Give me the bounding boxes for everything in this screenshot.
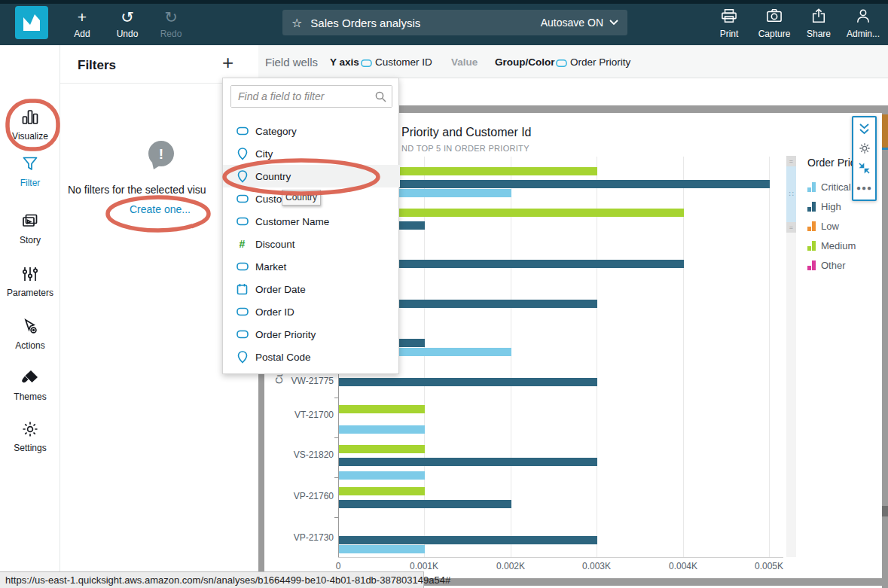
- visual-settings-gear-icon[interactable]: [853, 142, 875, 157]
- value-well-label: Value: [451, 56, 478, 68]
- geo-field-icon: [236, 170, 249, 183]
- share-button[interactable]: Share: [795, 8, 843, 39]
- sidebar-item-filter[interactable]: Filter: [0, 155, 60, 188]
- user-icon: [855, 8, 871, 23]
- sliders-icon: [0, 265, 60, 286]
- string-field-icon: [361, 57, 372, 71]
- legend-item-high[interactable]: High: [807, 202, 870, 212]
- legend-item-label: Medium: [821, 241, 856, 251]
- field-search-input[interactable]: [231, 86, 392, 107]
- legend-swatch: [807, 202, 816, 212]
- frame-resize-grip[interactable]: [882, 506, 888, 516]
- story-icon: [0, 212, 60, 233]
- left-nav: Visualize Filter Story Parameters Action…: [0, 45, 60, 588]
- bar-critical[interactable]: [339, 425, 425, 434]
- sidebar-item-parameters[interactable]: Parameters: [0, 265, 60, 298]
- bar-high[interactable]: [339, 458, 597, 466]
- autosave-toggle[interactable]: Autosave ON: [541, 17, 603, 29]
- top-strip: [0, 0, 888, 4]
- sidebar-item-themes[interactable]: Themes: [0, 369, 60, 402]
- field-item-country[interactable]: Country: [223, 165, 400, 187]
- field-item-label: Country: [255, 171, 291, 182]
- gridline: [769, 157, 770, 557]
- field-item-label: Customer Name: [255, 216, 329, 227]
- visual-title: Priority and Customer Id: [401, 126, 532, 139]
- legend-item-label: High: [821, 202, 841, 212]
- redo-button[interactable]: ↻ Redo: [149, 8, 193, 39]
- field-item-label: Order Date: [255, 284, 306, 295]
- add-button[interactable]: + Add: [60, 8, 104, 39]
- group-color-well-value[interactable]: Order Priority: [570, 56, 630, 68]
- quicksight-logo[interactable]: [15, 6, 48, 39]
- field-item-market[interactable]: Market: [223, 255, 400, 278]
- x-axis-tick-label: 0.004K: [669, 561, 697, 571]
- geo-field-icon: [236, 351, 249, 364]
- date-field-icon: [236, 283, 249, 296]
- sidebar-item-actions[interactable]: Actions: [0, 318, 60, 351]
- scroll-thumb[interactable]: ∷: [786, 166, 796, 222]
- scroll-handle-top[interactable]: =: [786, 156, 796, 166]
- legend-item-medium[interactable]: Medium: [807, 241, 870, 251]
- bar-high[interactable]: [339, 180, 770, 188]
- analysis-title-bar[interactable]: ☆ Sales Orders analysis Autosave ON: [282, 10, 627, 35]
- field-item-order-priority[interactable]: Order Priority: [223, 323, 400, 346]
- legend-swatch: [807, 221, 816, 231]
- camera-icon: [766, 8, 783, 23]
- legend-item-label: Critical: [821, 182, 851, 192]
- favorite-star-icon[interactable]: ☆: [291, 16, 302, 30]
- chevron-down-icon[interactable]: [609, 20, 618, 26]
- menu-options-icon[interactable]: ●●●: [853, 184, 875, 192]
- legend-item-low[interactable]: Low: [807, 221, 870, 231]
- field-item-city[interactable]: City: [223, 142, 400, 165]
- field-item-order-id[interactable]: Order ID: [223, 300, 400, 323]
- y-axis-well-label: Y axis: [330, 56, 359, 68]
- bar-high[interactable]: [339, 378, 597, 386]
- bar-critical[interactable]: [339, 471, 425, 480]
- y-axis-category-label: VT-21700: [281, 410, 334, 420]
- bar-medium[interactable]: [339, 405, 425, 413]
- admin-button[interactable]: Admin...: [839, 8, 887, 39]
- y-axis-category-label: VP-21760: [281, 491, 334, 501]
- print-button[interactable]: Print: [705, 8, 753, 39]
- field-item-discount[interactable]: #Discount: [223, 233, 400, 255]
- bar-high[interactable]: [339, 500, 511, 508]
- capture-button[interactable]: Capture: [750, 8, 798, 39]
- sidebar-item-label: Settings: [0, 443, 60, 453]
- legend-swatch: [807, 241, 816, 251]
- tooltip: Country: [282, 190, 321, 206]
- bar-medium[interactable]: [339, 487, 425, 495]
- bar-high[interactable]: [339, 536, 597, 544]
- field-item-category[interactable]: Category: [223, 120, 400, 142]
- field-item-order-date[interactable]: Order Date: [223, 278, 400, 300]
- field-picker-dropdown: CategoryCityCountryCustomer IDCustomer N…: [222, 78, 399, 374]
- expand-visual-icon[interactable]: [853, 123, 875, 139]
- create-filter-link[interactable]: Create one...: [130, 203, 191, 215]
- sidebar-item-visualize[interactable]: Visualize: [0, 108, 60, 142]
- collapse-visual-icon[interactable]: [853, 163, 875, 177]
- field-item-label: Category: [255, 126, 297, 137]
- legend-item-label: Low: [821, 221, 839, 231]
- legend-item-other[interactable]: Other: [807, 260, 870, 270]
- y-axis-well-value[interactable]: Customer ID: [375, 56, 432, 68]
- undo-icon: ↺: [105, 8, 149, 27]
- sidebar-item-label: Story: [0, 235, 60, 245]
- chart-scrollbar[interactable]: = ∷ =: [786, 156, 796, 557]
- add-filter-button[interactable]: +: [222, 51, 233, 75]
- pointer-icon: [0, 318, 60, 339]
- scroll-handle-bottom[interactable]: =: [786, 222, 796, 233]
- x-axis-line: [338, 557, 783, 558]
- string-field-icon: [236, 193, 249, 206]
- sidebar-item-settings[interactable]: Settings: [0, 420, 60, 453]
- number-field-icon: #: [236, 238, 249, 251]
- brush-icon: [0, 369, 60, 390]
- undo-button[interactable]: ↺ Undo: [105, 8, 149, 39]
- y-axis-category-label: VP-21730: [281, 532, 334, 543]
- sidebar-item-story[interactable]: Story: [0, 212, 60, 245]
- field-item-customer-name[interactable]: Customer Name: [223, 210, 400, 233]
- string-field-icon: [236, 260, 249, 273]
- field-item-postal-code[interactable]: Postal Code: [223, 346, 400, 368]
- legend-swatch: [807, 182, 816, 192]
- x-axis-tick-label: 0.003K: [582, 561, 611, 571]
- bar-critical[interactable]: [339, 545, 425, 553]
- bar-medium[interactable]: [339, 445, 425, 453]
